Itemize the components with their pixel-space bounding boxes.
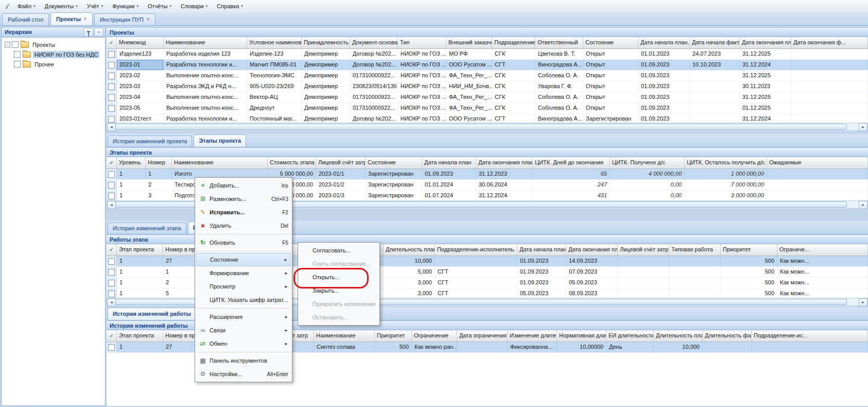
menu-item-citk-cost-code[interactable]: ЦИТК. Указать шифр затрат... xyxy=(196,293,291,307)
column-header[interactable]: Этап проекта xyxy=(117,330,163,342)
cell[interactable] xyxy=(791,71,868,81)
cell[interactable]: 3 xyxy=(146,191,172,200)
cell[interactable]: 01.09.2023 xyxy=(422,169,476,179)
projects-hscrollbar[interactable]: ◄ ► xyxy=(107,123,868,131)
cell[interactable]: НИОКР по ГОЗ ... xyxy=(398,103,446,113)
tab-project-history[interactable]: История изменений проекта xyxy=(108,135,192,147)
row-checkbox[interactable] xyxy=(108,73,115,79)
cell[interactable]: ФА_Техн_Рег_... xyxy=(446,92,492,103)
column-header[interactable]: Длительность пла... xyxy=(654,330,703,342)
column-header[interactable]: Приоритет xyxy=(375,330,412,342)
cell[interactable]: 017310000922... xyxy=(350,103,398,113)
cell[interactable]: 1 xyxy=(117,180,146,190)
cell[interactable] xyxy=(435,256,517,266)
cell[interactable]: Синтез сплава xyxy=(314,342,375,352)
column-header[interactable]: Изменение длите... xyxy=(508,330,557,342)
cell[interactable] xyxy=(767,191,868,200)
tree-checkbox[interactable] xyxy=(14,51,21,58)
cell[interactable] xyxy=(791,103,868,113)
menu-item-state[interactable]: Состояние► xyxy=(196,253,291,266)
cell[interactable]: Соболева О. А. xyxy=(535,71,583,81)
cell[interactable]: 30.11.2023 xyxy=(740,81,791,92)
tab-close-icon[interactable]: × xyxy=(147,14,150,25)
cell[interactable]: Постоянный маг... xyxy=(247,114,302,123)
cell[interactable]: 01.01.2024 xyxy=(422,180,476,190)
cell[interactable] xyxy=(767,169,868,179)
cell[interactable]: Открыт xyxy=(583,92,638,103)
cell[interactable]: 05.09.2023 xyxy=(517,289,566,298)
cell[interactable]: Изделие-123 xyxy=(247,49,302,59)
cell[interactable]: 500 xyxy=(721,289,777,298)
cell[interactable]: 3,000 xyxy=(384,278,435,288)
tab-pup-instructions[interactable]: Инструкции ПУП× xyxy=(94,13,155,25)
menu-item-add[interactable]: +Добавить...Ins xyxy=(196,179,291,192)
tab-desktop[interactable]: Рабочий стол xyxy=(2,13,49,25)
menubar-item-file[interactable]: Файл▾ xyxy=(13,0,40,12)
column-header[interactable]: Наименование xyxy=(172,157,268,168)
scroll-left-icon[interactable]: ◄ xyxy=(107,298,116,307)
cell[interactable]: Открыт xyxy=(583,71,638,81)
cell[interactable]: 2023-05 xyxy=(117,103,164,113)
cell[interactable]: 01.09.2023 xyxy=(638,60,690,70)
cell[interactable]: Выполнение опытно-конс... xyxy=(164,71,247,81)
cell[interactable]: 1 xyxy=(117,267,163,277)
cell[interactable]: Вектор-АЦ xyxy=(247,92,302,103)
cell[interactable]: 431 xyxy=(533,191,610,200)
cell[interactable]: Уварова Г. Ф. xyxy=(535,81,583,92)
cell[interactable]: 2 xyxy=(146,180,172,190)
menu-item-refresh[interactable]: ↻ОбновитьF5 xyxy=(196,236,291,249)
cell[interactable]: 01.09.2023 xyxy=(638,71,690,81)
cell[interactable]: 10.10.2023 xyxy=(690,60,740,70)
cell[interactable] xyxy=(618,267,669,277)
column-header[interactable]: Ограничение xyxy=(412,330,457,342)
cell[interactable]: Демопример xyxy=(302,49,350,59)
cell[interactable]: 31.12.2024 xyxy=(476,191,533,200)
cell[interactable] xyxy=(618,256,669,266)
collapse-panel-icon[interactable]: « xyxy=(94,28,103,37)
cell[interactable]: СГТ xyxy=(435,278,517,288)
cell[interactable] xyxy=(690,81,740,92)
cell[interactable]: Открыт xyxy=(583,81,638,92)
scroll-right-icon[interactable]: ► xyxy=(859,201,867,209)
cell[interactable]: СГТ xyxy=(492,60,535,70)
cell[interactable]: Как можн... xyxy=(777,256,868,266)
tree-checkbox[interactable] xyxy=(12,41,19,48)
row-checkbox[interactable] xyxy=(108,116,115,123)
cell[interactable]: 10,000 xyxy=(384,256,435,266)
tab-project-stages[interactable]: Этапы проекта xyxy=(194,134,246,147)
cell[interactable]: 2023-01/1 xyxy=(316,169,366,179)
cell[interactable]: 2023-01тест xyxy=(117,114,164,123)
cell[interactable]: Магнит ПМ085-01 xyxy=(247,60,302,70)
cell[interactable] xyxy=(690,103,740,113)
menu-item-approve[interactable]: Согласовать... xyxy=(299,244,378,257)
menubar-item-accounting[interactable]: Учёт▾ xyxy=(82,0,108,12)
table-row[interactable]: 2023-05Выполнение опытно-конс...Дредноут… xyxy=(107,103,868,114)
cell[interactable]: НИОКР по ГОЗ ... xyxy=(398,81,446,92)
cell[interactable]: 31.12.2025 xyxy=(740,49,791,59)
table-row[interactable]: 2023-01тестРазработка технологии и...Пос… xyxy=(107,114,868,123)
cell[interactable]: 01.09.2023 xyxy=(638,114,690,123)
cell[interactable]: ООО Русатом ... xyxy=(446,114,492,123)
menu-item-open[interactable]: Открыть... xyxy=(299,270,378,284)
column-header[interactable]: Мнемокод xyxy=(117,37,164,48)
column-header[interactable]: Внешний заказчик... xyxy=(446,37,492,48)
cell[interactable]: 2023-02 xyxy=(117,71,164,81)
cell[interactable]: 017310000922... xyxy=(350,71,398,81)
column-header[interactable]: ЦИТК. Дней до окончания xyxy=(533,157,610,168)
cell[interactable]: 2023-01/3 xyxy=(316,191,366,200)
cell[interactable]: 4 000 000,00 xyxy=(610,169,685,179)
row-checkbox[interactable] xyxy=(108,171,115,178)
cell[interactable]: Как можн... xyxy=(777,278,868,288)
cell[interactable]: 31.12.2023 xyxy=(476,169,533,179)
cell[interactable] xyxy=(791,81,868,92)
cell[interactable]: Демопример xyxy=(302,92,350,103)
cell[interactable]: 500 xyxy=(721,278,777,288)
menu-item-view[interactable]: Просмотр► xyxy=(196,280,291,293)
tab-stage-history[interactable]: История изменений этапа xyxy=(108,223,186,234)
cell[interactable]: 2023-01/2 xyxy=(316,180,366,190)
column-header[interactable]: Состояние xyxy=(583,37,638,48)
cell[interactable]: Демопример xyxy=(302,81,350,92)
cell[interactable] xyxy=(690,92,740,103)
column-header[interactable]: Типовая работа xyxy=(669,244,721,256)
scroll-right-icon[interactable]: ► xyxy=(859,298,867,307)
